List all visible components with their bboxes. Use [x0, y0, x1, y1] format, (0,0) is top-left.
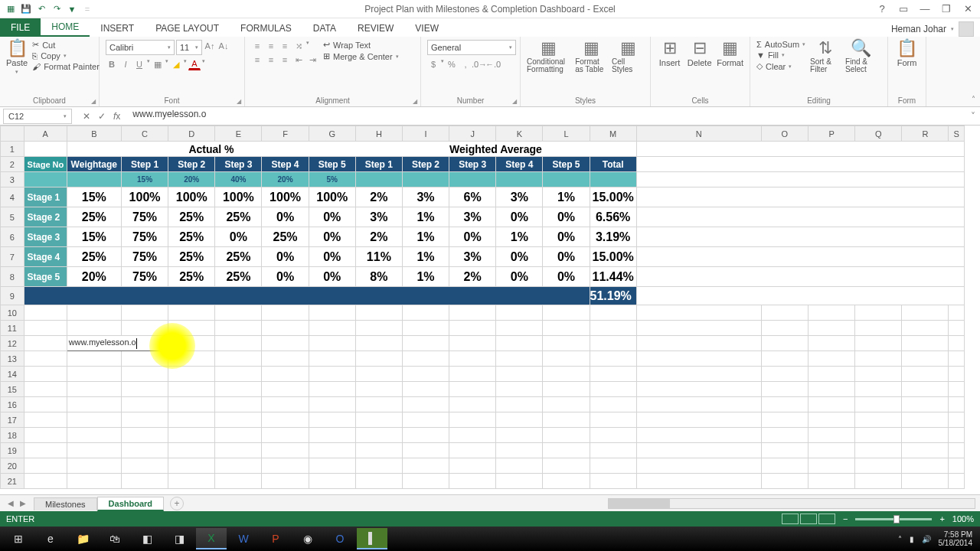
fill-color-button[interactable]: ◢ [170, 58, 182, 70]
border-button[interactable]: ▦ [152, 58, 164, 70]
sheet-tab-milestones[interactable]: Milestones [34, 497, 97, 510]
tray-network-icon[interactable]: ▮ [910, 535, 914, 543]
row-header-17[interactable]: 17 [1, 412, 24, 428]
copy-button[interactable]: ⎘Copy▾ [32, 51, 100, 60]
align-bottom-icon[interactable]: ≡ [279, 40, 291, 52]
merge-center-button[interactable]: ⊞Merge & Center▾ [323, 51, 399, 61]
taskbar-app2-icon[interactable]: ◨ [164, 528, 194, 549]
user-area[interactable]: Heman Johar ▾ [891, 21, 980, 37]
tab-view[interactable]: VIEW [404, 20, 449, 37]
italic-button[interactable]: I [119, 58, 132, 70]
decrease-decimal-icon[interactable]: ←.0 [487, 58, 499, 70]
indent-inc-icon[interactable]: ⇥ [306, 54, 318, 66]
col-header-F[interactable]: F [262, 126, 309, 142]
align-middle-icon[interactable]: ≡ [265, 40, 277, 52]
col-header-P[interactable]: P [808, 126, 854, 142]
currency-icon[interactable]: $ [427, 58, 439, 70]
save-icon[interactable]: 💾 [20, 3, 32, 15]
number-format-select[interactable]: General▾ [427, 40, 516, 55]
cancel-formula-icon[interactable]: ✕ [83, 111, 90, 122]
row-header-16[interactable]: 16 [1, 397, 24, 412]
row-header-9[interactable]: 9 [1, 287, 24, 305]
tab-data[interactable]: DATA [302, 20, 347, 37]
taskbar-outlook-icon[interactable]: O [325, 528, 355, 549]
row-header-20[interactable]: 20 [1, 458, 24, 474]
col-header-A[interactable]: A [24, 126, 67, 142]
tab-review[interactable]: REVIEW [347, 20, 404, 37]
start-button[interactable]: ⊞ [3, 528, 34, 549]
col-header-H[interactable]: H [355, 126, 402, 142]
active-cell[interactable]: www.myelesson.o [67, 336, 168, 351]
decrease-font-icon[interactable]: A↓ [217, 40, 230, 52]
formula-input[interactable]: www.myelesson.o [128, 109, 966, 124]
taskbar-explorer-icon[interactable]: 📁 [67, 528, 98, 549]
row-header-15[interactable]: 15 [1, 382, 24, 397]
fx-icon[interactable]: fx [113, 111, 120, 122]
align-right-icon[interactable]: ≡ [279, 54, 291, 66]
orientation-icon[interactable]: ⤮ [292, 40, 305, 52]
col-header-R[interactable]: R [902, 126, 949, 142]
underline-button[interactable]: U [133, 58, 145, 70]
col-header-K[interactable]: K [496, 126, 543, 142]
align-left-icon[interactable]: ≡ [251, 54, 263, 66]
row-header-19[interactable]: 19 [1, 443, 24, 458]
row-header-14[interactable]: 14 [1, 367, 24, 382]
tab-insert[interactable]: INSERT [90, 20, 145, 37]
row-header-12[interactable]: 12 [1, 336, 24, 351]
qat-customize-icon[interactable]: ▼ [66, 3, 78, 15]
col-header-N[interactable]: N [636, 126, 761, 142]
row-header-21[interactable]: 21 [1, 474, 24, 489]
redo-icon[interactable]: ↷ [51, 3, 63, 15]
col-header-J[interactable]: J [449, 126, 496, 142]
zoom-out-icon[interactable]: − [843, 514, 848, 523]
collapse-ribbon-icon[interactable]: ˄ [972, 95, 975, 103]
find-select-button[interactable]: 🔍Find & Select [845, 40, 876, 73]
cell-styles-button[interactable]: ▦Cell Styles [612, 40, 644, 73]
row-header-1[interactable]: 1 [1, 142, 24, 157]
align-top-icon[interactable]: ≡ [251, 40, 263, 52]
col-header-B[interactable]: B [67, 126, 121, 142]
col-header-E[interactable]: E [215, 126, 262, 142]
enter-formula-icon[interactable]: ✓ [98, 111, 106, 122]
taskbar-excel-icon[interactable]: X [196, 528, 227, 549]
grid[interactable]: ABCDEFGHIJKLMNOPQRS1Actual %Weighted Ave… [0, 126, 980, 494]
form-button[interactable]: 📋Form [894, 40, 920, 67]
row-header-10[interactable]: 10 [1, 305, 24, 321]
tray-up-icon[interactable]: ˄ [898, 535, 902, 543]
col-header-S[interactable]: S [949, 126, 965, 142]
paste-button[interactable]: 📋Paste▾ [6, 40, 28, 75]
col-header-M[interactable]: M [590, 126, 636, 142]
increase-font-icon[interactable]: A↑ [204, 40, 216, 52]
select-all-cell[interactable] [1, 126, 24, 142]
align-center-icon[interactable]: ≡ [265, 54, 277, 66]
font-size-select[interactable]: 11▾ [176, 40, 202, 55]
delete-cells-button[interactable]: ⊟Delete [687, 40, 712, 67]
horizontal-scrollbar[interactable] [608, 498, 975, 509]
close-icon[interactable]: ✕ [960, 3, 975, 15]
col-header-C[interactable]: C [122, 126, 168, 142]
system-tray[interactable]: ˄ ▮ 🔊 7:58 PM 5/18/2014 [898, 530, 978, 547]
tab-page-layout[interactable]: PAGE LAYOUT [145, 20, 230, 37]
zoom-in-icon[interactable]: + [939, 514, 944, 523]
taskbar-chrome-icon[interactable]: ◉ [292, 528, 323, 549]
taskbar-app3-icon[interactable]: ▌ [357, 528, 387, 549]
undo-icon[interactable]: ↶ [35, 3, 47, 15]
col-header-L[interactable]: L [543, 126, 590, 142]
col-header-O[interactable]: O [761, 126, 808, 142]
col-header-I[interactable]: I [402, 126, 449, 142]
sort-filter-button[interactable]: ⇅Sort & Filter [810, 40, 841, 73]
zoom-slider[interactable] [855, 518, 932, 520]
normal-view-icon[interactable] [782, 514, 799, 524]
tab-home[interactable]: HOME [41, 18, 90, 37]
restore-icon[interactable]: ❐ [939, 3, 954, 15]
page-break-view-icon[interactable] [818, 514, 835, 524]
tray-volume-icon[interactable]: 🔊 [922, 535, 931, 543]
ribbon-display-icon[interactable]: ▭ [896, 3, 911, 15]
expand-formula-icon[interactable]: ˅ [966, 111, 980, 122]
taskbar-powerpoint-icon[interactable]: P [260, 528, 291, 549]
help-icon[interactable]: ? [874, 3, 890, 15]
indent-dec-icon[interactable]: ⇤ [292, 54, 305, 66]
insert-cells-button[interactable]: ⊞Insert [657, 40, 682, 67]
comma-icon[interactable]: , [459, 58, 472, 70]
format-cells-button[interactable]: ▦Format [717, 40, 743, 67]
